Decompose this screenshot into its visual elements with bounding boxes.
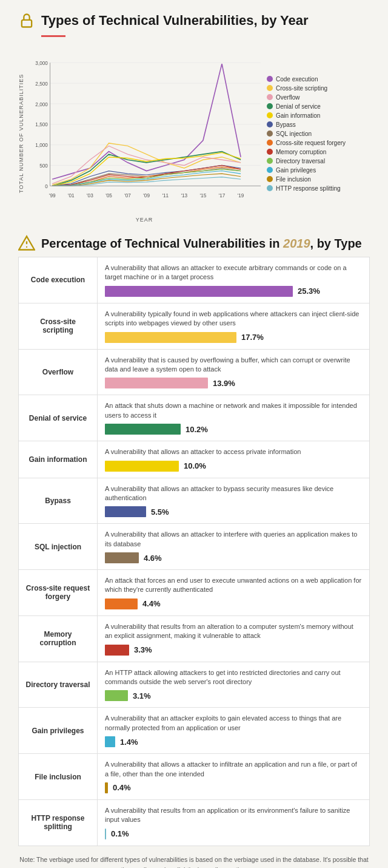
- bar-row: 0.4%: [105, 782, 362, 793]
- legend-item: SQL injection: [267, 131, 370, 137]
- vuln-name: File inclusion: [19, 754, 98, 799]
- legend-dot: [267, 112, 273, 118]
- legend-label: Overflow: [276, 94, 299, 101]
- svg-rect-0: [22, 20, 32, 27]
- section2-year: 2019: [283, 237, 310, 250]
- vuln-desc: An attack that shuts down a machine or n…: [105, 401, 362, 420]
- legend-dot: [267, 103, 273, 109]
- chart-area: TOTAL NUMBER OF VULNERABILITIES 3,000 2,…: [18, 44, 370, 223]
- bar-row: 10.2%: [105, 424, 362, 435]
- legend-dot: [267, 121, 273, 127]
- bar-row: 25.3%: [105, 286, 362, 297]
- legend-item: Code execution: [267, 76, 370, 83]
- vuln-name: Cross-site request forgery: [19, 570, 98, 615]
- section2-title-row: Percentage of Technical Vulnerabilities …: [18, 235, 370, 252]
- bar-pct: 3.3%: [134, 645, 152, 654]
- legend-dot: [267, 140, 273, 146]
- bar: [105, 690, 128, 701]
- legend-dot: [267, 149, 273, 155]
- bar: [105, 378, 208, 388]
- table-row: Memory corruptionA vulnerability that re…: [19, 616, 369, 662]
- vuln-desc: A vulnerability that results from an app…: [105, 806, 362, 825]
- legend-dot: [267, 94, 273, 100]
- legend-dot: [267, 158, 273, 164]
- svg-text:'19: '19: [238, 193, 244, 198]
- legend-dot: [267, 76, 273, 82]
- legend-item: Gain information: [267, 112, 370, 119]
- legend-dot: [267, 131, 273, 137]
- vuln-desc: A vulnerability that allows an attacker …: [105, 530, 362, 549]
- table-row: Code executionA vulnerability that allow…: [19, 257, 369, 303]
- legend-item: Denial of service: [267, 103, 370, 110]
- bar: [105, 598, 138, 609]
- bar: [105, 461, 179, 472]
- table-row: OverflowA vulnerability that is caused b…: [19, 350, 369, 396]
- vuln-content: An attack that shuts down a machine or n…: [98, 395, 369, 441]
- svg-text:'99: '99: [49, 193, 56, 198]
- legend-item: HTTP response splitting: [267, 185, 370, 192]
- svg-text:'03: '03: [87, 193, 93, 198]
- bar: [105, 736, 115, 747]
- vuln-content: An attack that forces an end user to exe…: [98, 570, 369, 615]
- section2-title-before: Percentage of Technical Vulnerabilities …: [41, 237, 283, 250]
- vuln-desc: An HTTP attack allowing attackers to get…: [105, 668, 362, 687]
- bar: [105, 782, 108, 793]
- svg-text:'05: '05: [105, 193, 112, 198]
- bar-pct: 0.4%: [113, 783, 131, 792]
- legend-label: Code execution: [276, 76, 318, 83]
- bar: [105, 424, 181, 435]
- svg-text:1,500: 1,500: [35, 122, 48, 127]
- legend-item: File inclusion: [267, 176, 370, 183]
- bar-pct: 10.0%: [184, 461, 206, 470]
- vuln-content: A vulnerability that is caused by overfl…: [98, 350, 369, 395]
- svg-text:'17: '17: [219, 193, 226, 198]
- bar-row: 4.6%: [105, 552, 362, 563]
- page-container: Types of Technical Vulnerabilities, by Y…: [0, 0, 388, 868]
- svg-text:1,000: 1,000: [35, 143, 48, 148]
- vuln-desc: A vulnerability that is caused by overfl…: [105, 356, 362, 375]
- svg-text:'13: '13: [181, 193, 187, 198]
- bar-row: 0.1%: [105, 829, 362, 839]
- note-section: Note: The verbiage used for different ty…: [18, 855, 370, 868]
- bar: [105, 829, 106, 839]
- svg-text:3,000: 3,000: [35, 61, 48, 66]
- vuln-desc: A vulnerability that allows an attacker …: [105, 263, 362, 282]
- bar-row: 3.3%: [105, 645, 362, 656]
- legend-label: Gain privileges: [276, 167, 316, 174]
- legend-item: Cross-site request forgery: [267, 140, 370, 146]
- vuln-content: A vulnerability typically found in web a…: [98, 303, 369, 349]
- chart-legend: Code executionCross-site scriptingOverfl…: [267, 44, 370, 223]
- svg-text:'15: '15: [200, 193, 207, 198]
- svg-text:0: 0: [45, 184, 48, 189]
- legend-label: Bypass: [276, 121, 296, 128]
- section1-title-row: Types of Technical Vulnerabilities, by Y…: [18, 12, 370, 29]
- title-underline: [41, 35, 65, 37]
- table-row: Gain privilegesA vulnerability that an a…: [19, 708, 369, 754]
- table-row: SQL injectionA vulnerability that allows…: [19, 524, 369, 570]
- vuln-desc: A vulnerability that results from an alt…: [105, 622, 362, 641]
- vuln-name: Code execution: [19, 257, 98, 303]
- legend-label: File inclusion: [276, 176, 311, 183]
- bar-pct: 13.9%: [213, 379, 235, 388]
- table-row: File inclusionA vulnerability that allow…: [19, 754, 369, 800]
- warning-icon: [18, 235, 35, 252]
- table-row: BypassA vulnerability that allows an att…: [19, 478, 369, 524]
- table-row: Cross-site scriptingA vulnerability typi…: [19, 303, 369, 350]
- legend-dot: [267, 85, 273, 91]
- bar-pct: 4.4%: [142, 599, 161, 608]
- bar-row: 4.4%: [105, 598, 362, 609]
- vuln-name: SQL injection: [19, 524, 98, 569]
- bar-pct: 25.3%: [298, 287, 320, 296]
- vuln-table: Code executionA vulnerability that allow…: [18, 257, 370, 846]
- bar-pct: 3.1%: [133, 691, 151, 700]
- bar: [105, 645, 129, 656]
- vuln-desc: An attack that forces an end user to exe…: [105, 576, 362, 595]
- table-row: Cross-site request forgeryAn attack that…: [19, 570, 369, 616]
- bar: [105, 332, 236, 343]
- legend-label: Memory corruption: [276, 149, 326, 155]
- vuln-desc: A vulnerability that allows a attacker t…: [105, 760, 362, 779]
- legend-dot: [267, 185, 273, 191]
- vuln-name: HTTP response splitting: [19, 800, 98, 846]
- legend-item: Memory corruption: [267, 149, 370, 155]
- svg-text:500: 500: [39, 163, 48, 169]
